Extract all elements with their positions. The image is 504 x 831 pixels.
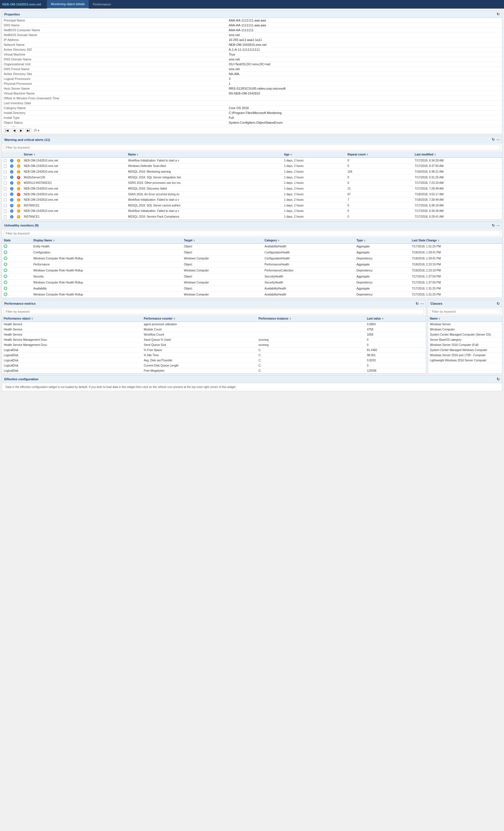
classes-filter-input[interactable] — [430, 309, 500, 314]
row-name: Workflow Initialization: Failed to start… — [126, 208, 282, 214]
row-age: 1 days, 2 hours — [282, 191, 346, 197]
row-checkbox[interactable] — [2, 174, 8, 180]
row-checkbox[interactable] — [2, 191, 8, 197]
col-age[interactable]: Age ⬆ — [282, 152, 346, 157]
prop-label: Host Server Name — [2, 86, 227, 91]
refresh-icon[interactable]: ↻ — [416, 302, 419, 306]
col-last-change[interactable]: Last State Change ⬆ — [410, 238, 502, 243]
monitors-actions[interactable]: ↻ ··· — [492, 223, 500, 228]
row-checkbox[interactable] — [2, 203, 8, 208]
table-row: Host Server NameRRS-S12RSCSU05.ntdev.cor… — [2, 86, 502, 91]
more-icon[interactable]: ··· — [420, 302, 423, 306]
warn-icon: ! — [17, 209, 20, 213]
page-next[interactable]: ▶ — [18, 128, 24, 133]
warn-icon: ! — [17, 215, 20, 219]
row-severity-icon: ! — [15, 169, 22, 175]
more-icon[interactable]: ··· — [497, 223, 500, 228]
tab-monitoring-object-details[interactable]: Monitoring object details — [47, 0, 89, 8]
table-row: LogicalDisk Avg. Disk sec/Transfer C: 0.… — [2, 357, 426, 363]
row-info-icon: i — [8, 203, 15, 208]
prop-value: A-1-A-11-1111111111 — [227, 47, 502, 52]
col-name[interactable]: Name ⬆ — [126, 152, 282, 157]
col-server[interactable]: Server ⬆ — [22, 152, 126, 157]
state-icon-green — [4, 257, 7, 260]
page-first[interactable]: |◀ — [4, 128, 10, 133]
table-row: i ! MSRS13:INSTANCE1 SSRS 2016: Other pr… — [2, 180, 502, 186]
table-row: Active Directory SiteNA-WA- — [2, 71, 502, 77]
col-target[interactable]: Target ⬆ — [182, 238, 263, 243]
row-checkbox[interactable] — [2, 186, 8, 192]
col-display-name[interactable]: Display Name ⬆ — [31, 238, 182, 243]
prop-value: RRS-S12RSCSU05.ntdev.corp.microsoft — [227, 86, 502, 91]
row-target: Object — [182, 250, 263, 255]
performance-actions[interactable]: ↻ ··· — [416, 302, 423, 306]
row-perf-instance: scomng — [257, 342, 365, 347]
col-modified[interactable]: Last modified ⬆ — [413, 152, 502, 157]
performance-filter-input[interactable] — [4, 309, 424, 314]
row-checkbox[interactable] — [2, 214, 8, 220]
row-info-icon: i — [8, 214, 15, 220]
row-target: Object — [182, 243, 263, 250]
row-class-name: Server BaseOS category — [428, 337, 502, 342]
row-perf-counter: Send Queue Size — [142, 342, 257, 347]
classes-actions[interactable]: ↻ — [497, 302, 500, 306]
row-checkbox[interactable] — [2, 197, 8, 203]
row-type: Dependency — [355, 255, 410, 261]
col-class-name[interactable]: Name ⬆ — [428, 316, 502, 322]
state-icon-green — [4, 251, 7, 254]
classes-section: Classes ↻ Name ⬆ Windows ServerWindows C… — [428, 300, 502, 374]
row-class-name: System Center Managed Computer (Server O… — [428, 332, 502, 337]
col-category[interactable]: Category ⬆ — [263, 238, 355, 243]
refresh-icon[interactable]: ↻ — [492, 223, 495, 228]
prop-label: NetBIOS Computer Name — [2, 28, 227, 33]
page-last[interactable]: ▶| — [25, 128, 32, 133]
table-row: NetBIOS Domain Namesmx.net — [2, 33, 502, 37]
effective-config-actions[interactable]: ↻ — [497, 377, 500, 381]
row-perf-counter: Module Count — [142, 327, 257, 332]
monitors-filter-input[interactable] — [4, 231, 500, 236]
alerts-filter-input[interactable] — [4, 145, 500, 150]
table-row: Windows Computer — [428, 327, 502, 332]
table-row: Health Service Workflow Count 1058 — [2, 332, 426, 337]
effective-config-section: Effective configuration ↻ Data in the ef… — [2, 375, 502, 391]
row-checkbox[interactable] — [2, 208, 8, 214]
table-row: DNS NameAAA-AA-1111111.aaa.aaa — [2, 23, 502, 28]
row-repeat: 0 — [346, 203, 413, 208]
col-perf-obj[interactable]: Performance object ⬆ — [2, 316, 142, 322]
col-type[interactable]: Type ⬆ — [355, 238, 410, 243]
table-row: Virtual MachineTrue — [2, 52, 502, 57]
prop-value: AAA-AA-1111111.aaa.aaa — [227, 18, 502, 23]
row-name: MSSQL 2016: SQL Server cannot authen — [126, 203, 282, 208]
prop-label: DNS Forest Name — [2, 67, 227, 71]
monitors-title: Unhealthy monitors (9) — [4, 224, 39, 227]
refresh-icon[interactable]: ↻ — [497, 302, 500, 306]
row-state — [2, 280, 31, 286]
refresh-icon[interactable]: ↻ — [492, 138, 495, 142]
row-name: MSSQL 2016: Discovery failed — [126, 186, 282, 192]
page-prev[interactable]: ◀ — [11, 128, 17, 133]
row-severity-icon: ! — [15, 214, 22, 220]
more-icon[interactable]: ··· — [497, 138, 500, 142]
row-last-value: 4758 — [365, 327, 426, 332]
col-repeat[interactable]: Repeat count ⬆ — [346, 152, 413, 157]
tab-performance[interactable]: Performance — [89, 0, 115, 8]
row-perf-counter: Send Queue % Used — [142, 337, 257, 342]
col-perf-instance[interactable]: Performance instance ⬆ — [257, 316, 365, 322]
row-last-value: 0 — [365, 363, 426, 368]
col-last-val[interactable]: Last value ⬆ — [365, 316, 426, 322]
effective-config-title: Effective configuration — [4, 377, 38, 381]
row-perf-instance: C: — [257, 347, 365, 352]
refresh-icon[interactable]: ↻ — [497, 12, 500, 16]
row-last-change: 7/17/2018, 1:31:25 PM — [410, 291, 502, 297]
alerts-actions[interactable]: ↻ ··· — [492, 138, 500, 142]
row-checkbox[interactable] — [2, 169, 8, 175]
row-checkbox[interactable] — [2, 180, 8, 186]
prop-label: Logical Processors — [2, 77, 227, 81]
row-checkbox[interactable] — [2, 163, 8, 169]
col-perf-counter[interactable]: Performance counter ⬆ — [142, 316, 257, 322]
row-checkbox[interactable] — [2, 157, 8, 163]
table-row: i ! NEB-OM-1542810.smx.net MSSQL 2016: D… — [2, 186, 502, 192]
perf-classes-row: Performance metrics ↻ ··· Performance ob… — [2, 300, 502, 374]
properties-actions[interactable]: ↻ — [497, 12, 500, 16]
refresh-icon[interactable]: ↻ — [497, 377, 500, 381]
